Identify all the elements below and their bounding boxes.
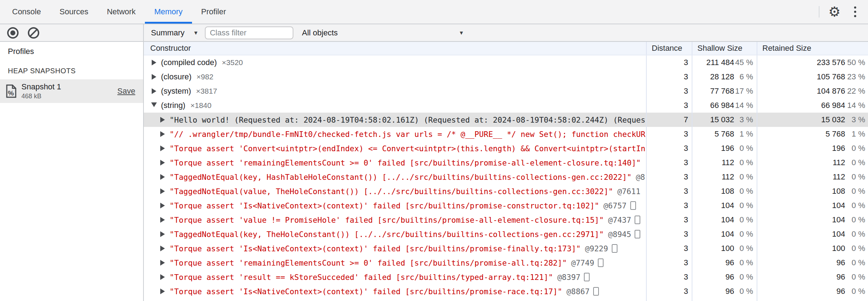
expand-arrow-icon[interactable] <box>160 246 165 251</box>
object-preview-icon[interactable] <box>635 216 640 224</box>
snapshot-title: Snapshot 1 <box>21 82 61 92</box>
constructor-cell: "Torque assert 'Is<NativeContext>(contex… <box>144 284 646 298</box>
distance-cell: 3 <box>646 270 692 284</box>
tab-console[interactable]: Console <box>3 0 50 24</box>
expand-arrow-icon[interactable] <box>160 231 165 237</box>
string-value: "TaggedNotEqual(key, HashTableHoleConsta… <box>170 173 631 182</box>
constructor-cell: "Torque assert 'remainingElementsCount >… <box>144 156 646 170</box>
shallow-size-cell: 1040 % <box>692 198 757 213</box>
distance-cell: 3 <box>646 256 692 270</box>
table-row[interactable]: (closure) ×982 3 28 1286 % 105 76823 % <box>144 70 868 84</box>
table-row[interactable]: "Torque assert 'Is<NativeContext>(contex… <box>144 241 868 256</box>
table-row[interactable]: "Torque assert 'Convert<uintptr>(endInde… <box>144 141 868 156</box>
tab-profiler[interactable]: Profiler <box>192 0 236 24</box>
memory-panel: Profiles HEAP SNAPSHOTS % Snapshot 1 468… <box>0 24 868 301</box>
constructor-cell: (system) ×3817 <box>144 84 646 98</box>
expand-arrow-icon[interactable] <box>152 74 156 80</box>
expand-arrow-icon[interactable] <box>160 117 165 123</box>
object-preview-icon[interactable] <box>584 273 590 281</box>
objects-filter-value: All objects <box>302 28 338 38</box>
expand-arrow-icon[interactable] <box>160 203 165 208</box>
retained-size-cell: 960 % <box>757 270 868 284</box>
object-preview-icon[interactable] <box>598 258 604 267</box>
shallow-size-cell: 5 7681 % <box>692 127 757 141</box>
constructor-cell: "TaggedNotEqual(value, TheHoleConstant()… <box>144 184 646 198</box>
object-preview-icon[interactable] <box>593 287 599 296</box>
constructor-name: (compiled code) <box>161 58 217 67</box>
expand-arrow-icon[interactable] <box>160 174 165 180</box>
column-header-distance[interactable]: Distance <box>646 42 692 55</box>
table-row[interactable]: "// .wrangler/tmp/bundle-FmNIt0/checked-… <box>144 127 868 141</box>
table-row[interactable]: (compiled code) ×3520 3 211 48445 % 233 … <box>144 55 868 70</box>
distance-cell: 3 <box>646 70 692 84</box>
heap-snapshot-view: Summary ▼ All objects ▼ Constructor Dist… <box>144 24 868 301</box>
heap-snapshot-toolbar: Summary ▼ All objects ▼ <box>144 24 868 42</box>
expand-arrow-icon[interactable] <box>160 160 165 166</box>
constructor-cell: "// .wrangler/tmp/bundle-FmNIt0/checked-… <box>144 127 646 141</box>
perspective-value: Summary <box>151 28 185 38</box>
retained-size-cell: 1960 % <box>757 141 868 156</box>
shallow-size-cell: 1120 % <box>692 170 757 184</box>
expand-arrow-icon[interactable] <box>160 145 165 151</box>
expand-arrow-icon[interactable] <box>160 260 165 266</box>
string-value: "Torque assert 'Is<NativeContext>(contex… <box>170 244 581 253</box>
table-row[interactable]: "Hello world! (Requested at: 2024-08-19T… <box>144 113 868 127</box>
sidebar-item-profiles[interactable]: Profiles <box>0 42 143 61</box>
expand-arrow-icon[interactable] <box>160 288 165 294</box>
expand-arrow-icon[interactable] <box>160 217 165 223</box>
shallow-size-cell: 66 98414 % <box>692 98 757 113</box>
settings-gear-icon[interactable]: ⚙ <box>825 5 844 19</box>
table-row[interactable]: "TaggedNotEqual(value, TheHoleConstant()… <box>144 184 868 198</box>
retained-size-cell: 104 87622 % <box>757 84 868 98</box>
devtools-tab-bar: Console Sources Network Memory Profiler … <box>0 0 868 24</box>
instance-count: ×1840 <box>190 101 211 110</box>
object-id: @7749 <box>571 258 594 267</box>
retained-size-cell: 1040 % <box>757 198 868 213</box>
object-preview-icon[interactable] <box>612 244 617 253</box>
object-preview-icon[interactable] <box>635 230 640 238</box>
table-row[interactable]: "TaggedNotEqual(key, TheHoleConstant()) … <box>144 227 868 241</box>
table-row[interactable]: (string) ×1840 3 66 98414 % 66 98414 % <box>144 98 868 113</box>
class-filter-input[interactable] <box>205 26 293 39</box>
snapshot-size: 468 kB <box>21 93 61 100</box>
table-row[interactable]: (system) ×3817 3 77 76817 % 104 87622 % <box>144 84 868 98</box>
constructor-cell: (compiled code) ×3520 <box>144 55 646 70</box>
retained-size-cell: 1040 % <box>757 213 868 227</box>
clear-profiles-icon[interactable] <box>28 27 39 39</box>
sidebar-item-snapshot-1[interactable]: % Snapshot 1 468 kB Save <box>0 79 143 103</box>
heap-snapshot-grid: Constructor Distance Shallow Size Retain… <box>144 42 868 301</box>
table-row[interactable]: "Torque assert 'result == kStoreSucceded… <box>144 270 868 284</box>
expand-arrow-icon[interactable] <box>160 274 165 280</box>
column-header-retained-size[interactable]: Retained Size <box>757 42 868 55</box>
constructor-name: (closure) <box>161 72 192 82</box>
snapshot-save-link[interactable]: Save <box>117 87 135 96</box>
tab-sources[interactable]: Sources <box>50 0 98 24</box>
tab-memory[interactable]: Memory <box>145 0 192 24</box>
tab-network[interactable]: Network <box>97 0 145 24</box>
constructor-name: (system) <box>161 87 191 96</box>
retained-size-cell: 66 98414 % <box>757 98 868 113</box>
expand-arrow-icon[interactable] <box>151 103 157 107</box>
table-row[interactable]: "Torque assert 'Is<NativeContext>(contex… <box>144 198 868 213</box>
expand-arrow-icon[interactable] <box>152 88 156 94</box>
objects-filter-select[interactable]: All objects ▼ <box>302 28 466 38</box>
expand-arrow-icon[interactable] <box>160 188 165 194</box>
shallow-size-cell: 1000 % <box>692 241 757 256</box>
table-row[interactable]: "Torque assert 'remainingElementsCount >… <box>144 156 868 170</box>
object-preview-icon[interactable] <box>630 201 636 210</box>
table-row[interactable]: "Torque assert 'Is<NativeContext>(contex… <box>144 284 868 298</box>
constructor-cell: "Torque assert 'Convert<uintptr>(endInde… <box>144 141 646 156</box>
table-row[interactable]: "Torque assert 'value != PromiseHole' fa… <box>144 213 868 227</box>
expand-arrow-icon[interactable] <box>152 60 156 65</box>
more-options-icon[interactable] <box>847 6 863 17</box>
perspective-select[interactable]: Summary ▼ <box>148 28 205 38</box>
column-header-constructor[interactable]: Constructor <box>144 42 646 55</box>
table-row[interactable]: "TaggedNotEqual(key, HashTableHoleConsta… <box>144 170 868 184</box>
table-row[interactable]: "Torque assert 'remainingElementsCount >… <box>144 256 868 270</box>
expand-arrow-icon[interactable] <box>160 131 165 137</box>
column-header-shallow-size[interactable]: Shallow Size <box>692 42 757 55</box>
distance-cell: 3 <box>646 84 692 98</box>
string-value: "Torque assert 'result == kStoreSucceded… <box>170 273 553 282</box>
record-heap-snapshot-icon[interactable] <box>7 27 19 39</box>
heap-snapshots-section-label: HEAP SNAPSHOTS <box>0 61 143 79</box>
